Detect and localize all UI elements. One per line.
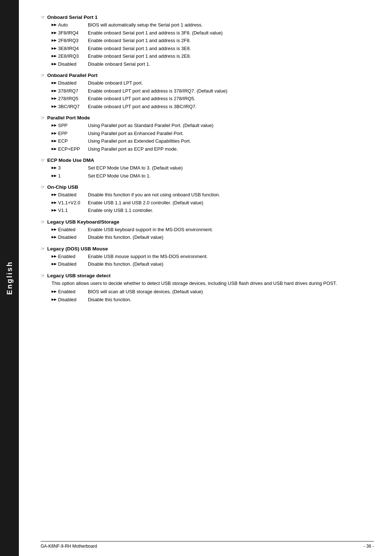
list-item: EnabledEnable USB mouse support in the M… — [52, 253, 374, 260]
item-value: Enable USB 1.1 and USB 2.0 controller. (… — [88, 199, 374, 207]
section-on-chip-usb: On-Chip USBDisabledDisable this function… — [41, 184, 374, 214]
list-item: DisabledDisable this function if you are… — [52, 191, 374, 199]
section-legacy-usb-storage-detect: Legacy USB storage detectThis option all… — [41, 273, 374, 303]
item-value: Using Parallel port as ECP and EPP mode. — [88, 146, 374, 153]
list-item: V1.1Enable only USB 1.1 controller. — [52, 207, 374, 214]
footer: GA-K8NF-9-RH Motherboard - 36 - — [41, 541, 374, 549]
item-key: V1.1 — [52, 207, 88, 214]
list-item: 3BC/IRQ7Enable onboard LPT port and addr… — [52, 103, 374, 110]
list-item: ECPUsing Parallel port as Extended Capab… — [52, 138, 374, 145]
list-item: 3F8/IRQ4Enable onboard Serial port 1 and… — [52, 29, 374, 37]
item-value: Enable onboard Serial port 1 and address… — [88, 37, 374, 44]
item-key: Auto — [52, 21, 88, 29]
item-key: ECP — [52, 138, 88, 145]
item-key: V1.1+V2.0 — [52, 199, 88, 207]
item-value: BIOS will scan all USB storage devices. … — [88, 288, 374, 295]
item-key: Enabled — [52, 253, 88, 260]
item-key: 2E8/IRQ3 — [52, 53, 88, 60]
section-title-onboard-serial-port-1: Onboard Serial Port 1 — [41, 15, 374, 20]
item-key: Disabled — [52, 296, 88, 303]
list-item: 278/IRQ5Enable onboard LPT port and addr… — [52, 95, 374, 102]
list-item: EPPUsing Parallel port as Enhanced Paral… — [52, 130, 374, 137]
list-item: DisabledDisable onboard LPT port. — [52, 79, 374, 87]
list-item: EnabledBIOS will scan all USB storage de… — [52, 288, 374, 295]
section-paragraph-legacy-usb-storage-detect: This option allows users to decide wheth… — [52, 280, 374, 287]
footer-model: GA-K8NF-9-RH Motherboard — [41, 544, 97, 549]
item-value: Using Parallel port as Enhanced Parallel… — [88, 130, 374, 137]
item-list-onboard-parallel-port: DisabledDisable onboard LPT port.378/IRQ… — [52, 79, 374, 110]
section-title-on-chip-usb: On-Chip USB — [41, 184, 374, 190]
section-parallel-port-mode: Parallel Port ModeSPPUsing Parallel port… — [41, 115, 374, 152]
item-key: 3BC/IRQ7 — [52, 103, 88, 110]
list-item: 1Set ECP Mode Use DMA to 1. — [52, 172, 374, 180]
item-value: Using Parallel port as Standard Parallel… — [88, 122, 374, 129]
item-value: Enable onboard Serial port 1 and address… — [88, 29, 374, 37]
item-value: Enable USB mouse support in the MS-DOS e… — [88, 253, 374, 260]
item-value: Enable onboard LPT port and address is 3… — [88, 103, 374, 110]
list-item: DisabledDisable this function. (Default … — [52, 261, 374, 268]
section-title-onboard-parallel-port: Onboard Parallel Port — [41, 73, 374, 78]
item-key: SPP — [52, 122, 88, 129]
item-value: Set ECP Mode Use DMA to 3. (Default valu… — [88, 164, 374, 172]
section-legacy-usb-keyboard-storage: Legacy USB Keyboard/StorageEnabledEnable… — [41, 219, 374, 241]
item-value: Enable only USB 1.1 controller. — [88, 207, 374, 214]
section-title-legacy-usb-storage-detect: Legacy USB storage detect — [41, 273, 374, 278]
item-value: Disable this function. (Default value) — [88, 261, 374, 268]
section-title-legacy-usb-keyboard-storage: Legacy USB Keyboard/Storage — [41, 219, 374, 225]
item-value: Disable this function if you are not usi… — [88, 191, 374, 199]
item-key: Disabled — [52, 191, 88, 199]
list-item: DisabledDisable onboard Serial port 1. — [52, 61, 374, 68]
item-list-legacy-usb-keyboard-storage: EnabledEnable USB keyboard support in th… — [52, 226, 374, 241]
item-key: EPP — [52, 130, 88, 137]
list-item: DisabledDisable this function. (Default … — [52, 234, 374, 241]
list-item: DisabledDisable this function. — [52, 296, 374, 303]
item-key: 3E8/IRQ4 — [52, 45, 88, 52]
item-value: Enable onboard LPT port and address is 3… — [88, 87, 374, 95]
item-key: 3 — [52, 164, 88, 172]
list-item: 378/IRQ7Enable onboard LPT port and addr… — [52, 87, 374, 95]
item-key: Disabled — [52, 261, 88, 268]
item-value: Using Parallel port as Extended Capabili… — [88, 138, 374, 145]
item-key: Enabled — [52, 226, 88, 233]
page-wrapper: English Onboard Serial Port 1AutoBIOS wi… — [0, 0, 392, 556]
item-value: Enable onboard Serial port 1 and address… — [88, 45, 374, 52]
item-list-on-chip-usb: DisabledDisable this function if you are… — [52, 191, 374, 214]
list-item: V1.1+V2.0Enable USB 1.1 and USB 2.0 cont… — [52, 199, 374, 207]
list-item: 3E8/IRQ4Enable onboard Serial port 1 and… — [52, 45, 374, 52]
section-title-legacy-dos-usb-mouse: Legacy (DOS) USB Mouse — [41, 246, 374, 252]
list-item: AutoBIOS will automatically setup the Se… — [52, 21, 374, 29]
main-content: Onboard Serial Port 1AutoBIOS will autom… — [19, 0, 392, 556]
section-title-ecp-mode-use-dma: ECP Mode Use DMA — [41, 158, 374, 163]
item-list-onboard-serial-port-1: AutoBIOS will automatically setup the Se… — [52, 21, 374, 68]
list-item: 3Set ECP Mode Use DMA to 3. (Default val… — [52, 164, 374, 172]
item-value: Disable this function. (Default value) — [88, 234, 374, 241]
list-item: ECP+EPPUsing Parallel port as ECP and EP… — [52, 146, 374, 153]
item-list-legacy-dos-usb-mouse: EnabledEnable USB mouse support in the M… — [52, 253, 374, 268]
item-value: Enable USB keyboard support in the MS-DO… — [88, 226, 374, 233]
item-value: BIOS will automatically setup the Serial… — [88, 21, 374, 29]
item-list-ecp-mode-use-dma: 3Set ECP Mode Use DMA to 3. (Default val… — [52, 164, 374, 179]
item-value: Disable onboard LPT port. — [88, 79, 374, 87]
item-key: 1 — [52, 172, 88, 180]
section-legacy-dos-usb-mouse: Legacy (DOS) USB MouseEnabledEnable USB … — [41, 246, 374, 268]
item-value: Enable onboard LPT port and address is 2… — [88, 95, 374, 102]
footer-page: - 36 - — [364, 544, 374, 549]
item-key: Disabled — [52, 79, 88, 87]
item-key: ECP+EPP — [52, 146, 88, 153]
item-value: Disable onboard Serial port 1. — [88, 61, 374, 68]
item-key: Disabled — [52, 61, 88, 68]
item-value: Disable this function. — [88, 296, 374, 303]
section-ecp-mode-use-dma: ECP Mode Use DMA3Set ECP Mode Use DMA to… — [41, 158, 374, 179]
sidebar-label: English — [5, 261, 14, 295]
list-item: 2F8/IRQ3Enable onboard Serial port 1 and… — [52, 37, 374, 44]
list-item: 2E8/IRQ3Enable onboard Serial port 1 and… — [52, 53, 374, 60]
item-key: 378/IRQ7 — [52, 87, 88, 95]
sections-container: Onboard Serial Port 1AutoBIOS will autom… — [41, 15, 374, 303]
sidebar: English — [0, 0, 19, 556]
item-list-legacy-usb-storage-detect: EnabledBIOS will scan all USB storage de… — [52, 288, 374, 303]
item-key: Disabled — [52, 234, 88, 241]
item-value: Enable onboard Serial port 1 and address… — [88, 53, 374, 60]
list-item: SPPUsing Parallel port as Standard Paral… — [52, 122, 374, 129]
section-title-parallel-port-mode: Parallel Port Mode — [41, 115, 374, 120]
item-list-parallel-port-mode: SPPUsing Parallel port as Standard Paral… — [52, 122, 374, 152]
